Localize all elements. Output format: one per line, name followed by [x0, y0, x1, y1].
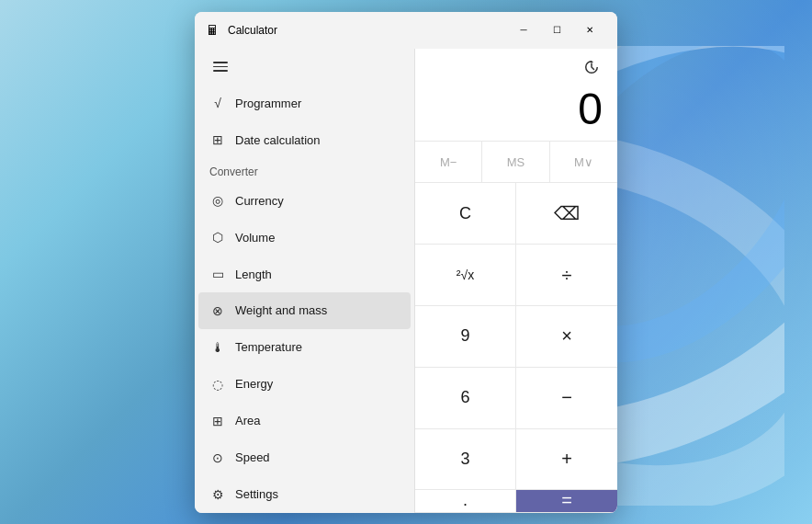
sidebar-energy-label: Energy — [235, 377, 273, 391]
divide-button[interactable]: ÷ — [516, 245, 617, 306]
memory-dropdown-button[interactable]: M∨ — [550, 142, 617, 182]
sidebar-header — [195, 49, 414, 85]
sidebar-programmer-label: Programmer — [235, 97, 301, 110]
maximize-button[interactable]: ☐ — [540, 17, 573, 44]
sidebar-settings-label: Settings — [235, 487, 278, 501]
sidebar-item-currency[interactable]: ◎ Currency — [198, 182, 411, 219]
sidebar-item-temperature[interactable]: 🌡 Temperature — [198, 329, 411, 366]
programmer-icon: √ — [209, 95, 226, 111]
sidebar-item-speed[interactable]: ⊙ Speed — [198, 439, 411, 476]
app-icon: 🖩 — [206, 23, 220, 38]
subtract-button[interactable]: − — [516, 368, 617, 429]
sidebar-item-programmer[interactable]: √ Programmer — [198, 85, 411, 122]
memory-store-button[interactable]: MS — [482, 142, 549, 182]
window-controls: ─ ☐ ✕ — [507, 17, 606, 44]
volume-icon: ⬡ — [209, 229, 226, 245]
add-button[interactable]: + — [516, 429, 617, 491]
close-button[interactable]: ✕ — [573, 17, 606, 44]
equals-button[interactable]: = — [516, 490, 617, 512]
nine-button[interactable]: 9 — [415, 306, 516, 368]
sidebar-speed-label: Speed — [235, 450, 270, 464]
display-area: 0 — [415, 85, 617, 142]
sidebar-length-label: Length — [235, 268, 272, 281]
memory-row: M− MS M∨ — [415, 141, 617, 182]
sidebar-item-energy[interactable]: ◌ Energy — [198, 366, 411, 403]
converter-section-label: Converter — [195, 158, 414, 182]
three-button[interactable]: 3 — [415, 429, 516, 491]
calc-body: √ Programmer ⊞ Date calculation Converte… — [195, 49, 617, 513]
sidebar-item-area[interactable]: ⊞ Area — [198, 403, 411, 439]
speed-icon: ⊙ — [209, 450, 226, 466]
sidebar-volume-label: Volume — [235, 231, 275, 245]
sidebar-item-settings[interactable]: ⚙ Settings — [198, 476, 411, 513]
sidebar-weight-label: Weight and mass — [235, 303, 327, 317]
app-title: Calculator — [228, 24, 507, 37]
six-button[interactable]: 6 — [415, 368, 516, 429]
temperature-icon: 🌡 — [209, 339, 226, 356]
currency-icon: ◎ — [209, 192, 226, 209]
sidebar-item-length[interactable]: ▭ Length — [198, 256, 411, 292]
sqrt-button[interactable]: ²√x — [415, 245, 516, 306]
sidebar-item-volume[interactable]: ⬡ Volume — [198, 219, 411, 256]
history-icon — [583, 59, 600, 75]
date-calc-icon: ⊞ — [209, 131, 226, 148]
weight-icon: ⊗ — [209, 302, 226, 319]
title-bar: 🖩 Calculator ─ ☐ ✕ — [195, 12, 617, 49]
display-value: 0 — [430, 85, 603, 134]
multiply-button[interactable]: × — [516, 306, 617, 368]
button-grid: C ⌫ ²√x ÷ 9 × 6 − 3 + . = — [415, 182, 617, 512]
sidebar-temperature-label: Temperature — [235, 340, 302, 354]
hamburger-button[interactable] — [206, 52, 235, 82]
history-button[interactable] — [577, 52, 606, 82]
calculator-window: 🖩 Calculator ─ ☐ ✕ √ Pr — [195, 12, 617, 513]
hamburger-icon — [213, 62, 228, 72]
minimize-button[interactable]: ─ — [507, 17, 540, 44]
sidebar-area-label: Area — [235, 414, 260, 427]
panel-top — [415, 49, 617, 85]
settings-icon: ⚙ — [209, 486, 226, 503]
calc-panel: 0 M− MS M∨ C ⌫ ²√x ÷ 9 × 6 − — [415, 49, 617, 513]
sidebar: √ Programmer ⊞ Date calculation Converte… — [195, 49, 415, 513]
decimal-button[interactable]: . — [415, 490, 516, 512]
energy-icon: ◌ — [209, 376, 226, 393]
clear-button[interactable]: C — [415, 183, 516, 245]
sidebar-currency-label: Currency — [235, 194, 284, 208]
area-icon: ⊞ — [209, 413, 226, 429]
sidebar-item-date-calc[interactable]: ⊞ Date calculation — [198, 121, 411, 158]
length-icon: ▭ — [209, 266, 226, 282]
memory-minus-button[interactable]: M− — [415, 142, 482, 182]
sidebar-date-label: Date calculation — [235, 133, 321, 147]
backspace-button[interactable]: ⌫ — [516, 183, 617, 245]
sidebar-item-weight[interactable]: ⊗ Weight and mass — [198, 292, 411, 329]
